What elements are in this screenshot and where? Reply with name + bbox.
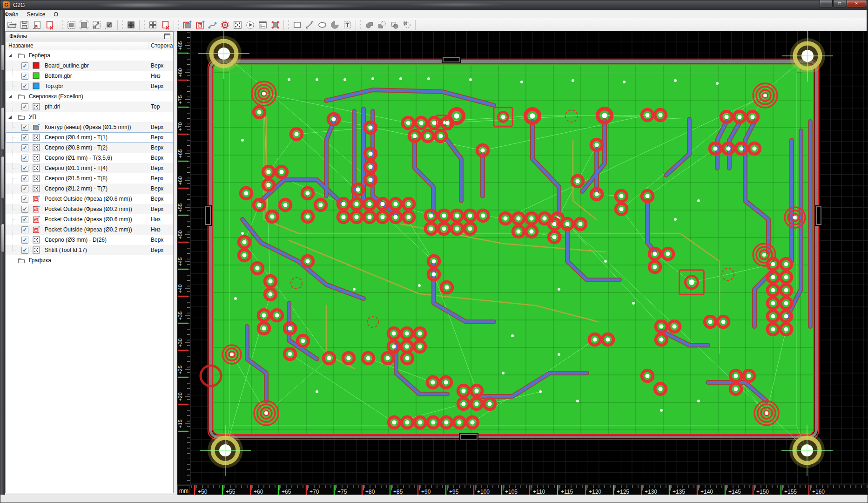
tree-row[interactable]: ✓Контур (внеш) (Фреза (Ø1.5 mm))Верх xyxy=(6,122,173,132)
visibility-checkbox[interactable]: ✓ xyxy=(21,83,28,90)
visibility-checkbox[interactable]: ✓ xyxy=(21,206,28,213)
save-icon[interactable] xyxy=(19,19,30,31)
expander-icon[interactable] xyxy=(8,116,12,119)
tree-row[interactable]: ✓Top.gbrВерх xyxy=(6,81,173,91)
tree-row[interactable]: ✓Board_outline.gbrВерх xyxy=(6,61,173,71)
toolbar-grip[interactable] xyxy=(288,20,289,29)
close-red-icon[interactable] xyxy=(160,19,171,31)
shape-ellipse-icon[interactable] xyxy=(316,19,328,31)
svg-text:+70: +70 xyxy=(310,489,319,495)
svg-text:+130: +130 xyxy=(645,489,657,495)
side-value: Низ xyxy=(151,73,161,79)
menu-bar: ФайлServiceО xyxy=(0,10,868,19)
tree-row[interactable]: ✓Сверло (Ø0.8 mm) - T(2)Верх xyxy=(6,143,173,153)
bool-xor-icon[interactable] xyxy=(401,19,413,31)
svg-text:+75: +75 xyxy=(337,489,347,495)
open-icon[interactable] xyxy=(6,19,18,31)
visibility-checkbox[interactable]: ✓ xyxy=(21,62,28,69)
bool-intersect-icon[interactable] xyxy=(389,19,400,31)
transform-tool-icon[interactable] xyxy=(269,19,281,31)
toolbar-grip[interactable] xyxy=(121,20,123,29)
visibility-checkbox[interactable]: ✓ xyxy=(21,196,28,203)
contour-tool-icon[interactable] xyxy=(182,19,193,31)
column-side: Сторона xyxy=(151,42,173,49)
params-form-icon[interactable] xyxy=(257,19,269,31)
tree-row[interactable]: ✓Pocket Outside (Фреза (Ø0.2 mm))Низ xyxy=(6,224,173,235)
expander-icon[interactable] xyxy=(8,95,12,98)
tree-row[interactable]: ✓Pocket Outside (Фреза (Ø0.6 mm))Низ xyxy=(6,214,173,224)
visibility-checkbox[interactable]: ✓ xyxy=(21,237,28,244)
visibility-checkbox[interactable]: ✓ xyxy=(21,165,28,172)
visibility-checkbox[interactable]: ✓ xyxy=(21,185,28,192)
tree-folder-1[interactable]: Сверловки (Excellon) xyxy=(6,91,173,102)
visibility-checkbox[interactable]: ✓ xyxy=(21,73,28,80)
swatch-icon xyxy=(33,82,40,90)
toolbar-grip[interactable] xyxy=(62,20,64,29)
bool-subtract-icon[interactable] xyxy=(376,19,388,31)
menu-item-1[interactable]: Service xyxy=(23,10,50,19)
tree-row[interactable]: ✓Сверло (Ø1 mm) - T(3,5,6)Верх xyxy=(6,153,173,163)
tree-column-header: Название Сторона xyxy=(6,41,173,50)
visibility-checkbox[interactable]: ✓ xyxy=(21,226,28,233)
visibility-checkbox[interactable]: ✓ xyxy=(21,144,28,151)
minimize-button[interactable]: — xyxy=(820,0,833,7)
svg-text:+140: +140 xyxy=(700,489,713,495)
visibility-checkbox[interactable]: ✓ xyxy=(21,103,28,110)
tree-row[interactable]: ✓Сверло (Ø1.5 mm) - T(8)Верх xyxy=(6,173,173,184)
visibility-checkbox[interactable]: ✓ xyxy=(21,216,28,223)
tree-folder-2[interactable]: УП xyxy=(6,112,173,122)
expander-icon[interactable] xyxy=(8,54,12,57)
zoom-fit-icon[interactable] xyxy=(78,19,90,31)
tree-row[interactable]: ✓Pocket Outside (Фреза (Ø0.2 mm))Верх xyxy=(6,204,173,214)
close-page-icon[interactable] xyxy=(44,19,55,31)
tile-outline-icon[interactable] xyxy=(147,19,159,31)
tile-dark-icon[interactable] xyxy=(125,19,137,31)
bool-union-icon[interactable] xyxy=(363,19,375,31)
close-button[interactable]: ✕ xyxy=(847,0,866,7)
tree-row[interactable]: ✓Сверло (Ø1.2 mm) - T(7)Верх xyxy=(6,184,173,194)
visibility-checkbox[interactable]: ✓ xyxy=(21,134,28,141)
zoom-in-icon[interactable] xyxy=(91,19,102,31)
drill-tool-icon[interactable] xyxy=(232,19,243,31)
toolbar-group-6 xyxy=(359,19,413,31)
tree-folder-3[interactable]: Графика xyxy=(6,255,173,265)
menu-item-2[interactable]: О xyxy=(50,10,62,19)
zoom-out-icon[interactable] xyxy=(103,19,115,31)
tree-folder-0[interactable]: Гербера xyxy=(6,50,173,61)
zoom-fit-sel-icon[interactable] xyxy=(66,19,77,31)
tree-row[interactable]: ✓Сверло (Ø0.4 mm) - T(1)Верх xyxy=(6,132,173,143)
toolbar-separator xyxy=(415,20,416,30)
export-page-icon[interactable] xyxy=(31,19,43,31)
tree-row[interactable]: ✓Bottom.gbrНиз xyxy=(6,71,173,81)
run-tool-icon[interactable] xyxy=(244,19,256,31)
tree-row[interactable]: ✓Сверло (Ø3 mm) - D(26)Верх xyxy=(6,235,173,245)
visibility-checkbox[interactable]: ✓ xyxy=(21,124,28,131)
maximize-button[interactable]: ▢ xyxy=(833,0,846,7)
file-tree: Гербера✓Board_outline.gbrВерх✓Bottom.gbr… xyxy=(6,50,173,265)
tree-row[interactable]: ✓Shtift (Tool Id 17)Верх xyxy=(6,245,173,255)
toolbar-grip[interactable] xyxy=(178,20,180,29)
tree-row[interactable]: ✓Pocket Outside (Фреза (Ø0.6 mm))Верх xyxy=(6,194,173,204)
visibility-checkbox[interactable]: ✓ xyxy=(21,155,28,162)
shape-pie-icon[interactable] xyxy=(329,19,341,31)
visibility-checkbox[interactable]: ✓ xyxy=(21,247,28,254)
toolbar-grip[interactable] xyxy=(360,20,362,29)
shape-rect-icon[interactable] xyxy=(291,19,303,31)
tree-row[interactable]: ✓Сверло (Ø1.1 mm) - T(4)Верх xyxy=(6,163,173,173)
svg-text:+160: +160 xyxy=(812,489,825,495)
edge-grip xyxy=(1,45,4,70)
shape-line-icon[interactable] xyxy=(304,19,316,31)
float-panel-icon[interactable] xyxy=(164,34,170,39)
curve-tool-icon[interactable] xyxy=(207,19,218,31)
toolbar-grip[interactable] xyxy=(143,20,145,29)
pocket-tool-icon[interactable] xyxy=(194,19,206,31)
pcb-canvas-area[interactable]: +85+80+75+70+65+60+55+50+45+40+35+30+25+… xyxy=(177,31,868,496)
side-value: Верх xyxy=(151,175,163,182)
pcb-canvas[interactable]: +85+80+75+70+65+60+55+50+45+40+35+30+25+… xyxy=(177,31,868,496)
visibility-checkbox[interactable]: ✓ xyxy=(21,175,28,182)
column-separator[interactable] xyxy=(148,42,148,49)
files-panel: Файлы Название Сторона Гербера✓Board_out… xyxy=(5,31,174,493)
circle-tool-icon[interactable] xyxy=(219,19,231,31)
shape-text-icon[interactable] xyxy=(342,19,353,31)
tree-row[interactable]: ✓pth.drlTop xyxy=(6,102,173,112)
